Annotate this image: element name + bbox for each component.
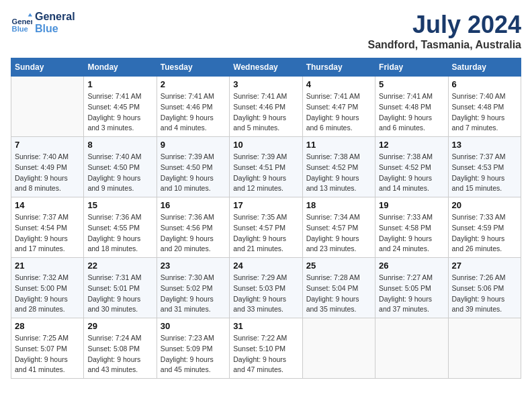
calendar-cell: 6Sunrise: 7:40 AM Sunset: 4:48 PM Daylig… [448,77,521,137]
day-number: 28 [15,321,80,331]
day-info: Sunrise: 7:41 AM Sunset: 4:46 PM Dayligh… [161,91,226,134]
day-info: Sunrise: 7:27 AM Sunset: 5:05 PM Dayligh… [379,273,444,315]
calendar-cell: 15Sunrise: 7:36 AM Sunset: 4:55 PM Dayli… [84,197,157,258]
day-info: Sunrise: 7:32 AM Sunset: 5:00 PM Dayligh… [15,273,80,315]
day-number: 22 [87,261,152,271]
day-info: Sunrise: 7:40 AM Sunset: 4:50 PM Dayligh… [87,152,152,194]
day-number: 15 [87,200,152,210]
calendar-table: SundayMondayTuesdayWednesdayThursdayFrid… [11,58,521,379]
calendar-header-row: SundayMondayTuesdayWednesdayThursdayFrid… [11,58,521,77]
day-number: 1 [87,79,152,89]
day-number: 5 [379,79,444,89]
day-number: 24 [233,261,298,271]
calendar-cell: 22Sunrise: 7:31 AM Sunset: 5:01 PM Dayli… [84,258,157,318]
svg-text:Blue: Blue [12,24,28,32]
day-number: 9 [161,140,226,150]
page-header: General Blue General Blue July 2024 Sand… [11,11,521,51]
calendar-cell: 28Sunrise: 7:25 AM Sunset: 5:07 PM Dayli… [11,318,84,379]
svg-text:General: General [12,17,32,25]
location-title: Sandford, Tasmania, Australia [368,39,522,51]
day-info: Sunrise: 7:29 AM Sunset: 5:03 PM Dayligh… [233,273,298,315]
day-info: Sunrise: 7:24 AM Sunset: 5:08 PM Dayligh… [87,333,152,375]
calendar-cell: 8Sunrise: 7:40 AM Sunset: 4:50 PM Daylig… [84,137,157,197]
col-header-wednesday: Wednesday [230,58,302,77]
day-info: Sunrise: 7:41 AM Sunset: 4:46 PM Dayligh… [233,91,298,134]
calendar-cell: 25Sunrise: 7:28 AM Sunset: 5:04 PM Dayli… [302,258,375,318]
calendar-cell: 31Sunrise: 7:22 AM Sunset: 5:10 PM Dayli… [230,318,302,379]
calendar-cell: 20Sunrise: 7:33 AM Sunset: 4:59 PM Dayli… [448,197,521,258]
calendar-cell: 30Sunrise: 7:23 AM Sunset: 5:09 PM Dayli… [157,318,229,379]
day-number: 20 [452,200,517,210]
day-info: Sunrise: 7:22 AM Sunset: 5:10 PM Dayligh… [233,333,298,375]
calendar-cell: 23Sunrise: 7:30 AM Sunset: 5:02 PM Dayli… [157,258,229,318]
calendar-cell [375,318,448,379]
day-info: Sunrise: 7:37 AM Sunset: 4:54 PM Dayligh… [15,212,80,255]
day-info: Sunrise: 7:34 AM Sunset: 4:57 PM Dayligh… [306,212,371,255]
day-number: 30 [161,321,226,331]
calendar-cell: 5Sunrise: 7:41 AM Sunset: 4:48 PM Daylig… [375,77,448,137]
day-number: 29 [87,321,152,331]
logo-general: General [35,11,75,23]
day-info: Sunrise: 7:41 AM Sunset: 4:45 PM Dayligh… [87,91,152,134]
calendar-cell: 10Sunrise: 7:39 AM Sunset: 4:51 PM Dayli… [230,137,302,197]
day-info: Sunrise: 7:26 AM Sunset: 5:06 PM Dayligh… [452,273,517,315]
calendar-cell: 16Sunrise: 7:36 AM Sunset: 4:56 PM Dayli… [157,197,229,258]
calendar-cell: 29Sunrise: 7:24 AM Sunset: 5:08 PM Dayli… [84,318,157,379]
day-info: Sunrise: 7:40 AM Sunset: 4:49 PM Dayligh… [15,152,80,194]
day-number: 8 [87,140,152,150]
day-info: Sunrise: 7:23 AM Sunset: 5:09 PM Dayligh… [161,333,226,375]
calendar-cell: 14Sunrise: 7:37 AM Sunset: 4:54 PM Dayli… [11,197,84,258]
day-info: Sunrise: 7:36 AM Sunset: 4:55 PM Dayligh… [87,212,152,255]
day-number: 21 [15,261,80,271]
day-info: Sunrise: 7:28 AM Sunset: 5:04 PM Dayligh… [306,273,371,315]
calendar-cell: 26Sunrise: 7:27 AM Sunset: 5:05 PM Dayli… [375,258,448,318]
day-number: 19 [379,200,444,210]
day-number: 23 [161,261,226,271]
col-header-tuesday: Tuesday [157,58,229,77]
logo-blue: Blue [35,23,75,35]
day-info: Sunrise: 7:35 AM Sunset: 4:57 PM Dayligh… [233,212,298,255]
day-number: 26 [379,261,444,271]
calendar-cell: 24Sunrise: 7:29 AM Sunset: 5:03 PM Dayli… [230,258,302,318]
day-number: 18 [306,200,371,210]
day-info: Sunrise: 7:39 AM Sunset: 4:51 PM Dayligh… [233,152,298,194]
calendar-cell: 27Sunrise: 7:26 AM Sunset: 5:06 PM Dayli… [448,258,521,318]
calendar-cell: 3Sunrise: 7:41 AM Sunset: 4:46 PM Daylig… [230,77,302,137]
day-number: 31 [233,321,298,331]
day-number: 13 [452,140,517,150]
calendar-cell: 4Sunrise: 7:41 AM Sunset: 4:47 PM Daylig… [302,77,375,137]
day-info: Sunrise: 7:38 AM Sunset: 4:52 PM Dayligh… [379,152,444,194]
calendar-cell: 19Sunrise: 7:33 AM Sunset: 4:58 PM Dayli… [375,197,448,258]
calendar-week-5: 28Sunrise: 7:25 AM Sunset: 5:07 PM Dayli… [11,318,521,379]
day-info: Sunrise: 7:30 AM Sunset: 5:02 PM Dayligh… [161,273,226,315]
calendar-cell: 2Sunrise: 7:41 AM Sunset: 4:46 PM Daylig… [157,77,229,137]
calendar-cell [11,77,84,137]
day-number: 27 [452,261,517,271]
logo-icon: General Blue [11,12,32,34]
day-number: 12 [379,140,444,150]
day-number: 16 [161,200,226,210]
calendar-cell: 17Sunrise: 7:35 AM Sunset: 4:57 PM Dayli… [230,197,302,258]
calendar-cell [302,318,375,379]
calendar-week-4: 21Sunrise: 7:32 AM Sunset: 5:00 PM Dayli… [11,258,521,318]
day-number: 11 [306,140,371,150]
calendar-cell [448,318,521,379]
col-header-sunday: Sunday [11,58,84,77]
col-header-thursday: Thursday [302,58,375,77]
calendar-week-1: 1Sunrise: 7:41 AM Sunset: 4:45 PM Daylig… [11,77,521,137]
calendar-cell: 11Sunrise: 7:38 AM Sunset: 4:52 PM Dayli… [302,137,375,197]
day-number: 7 [15,140,80,150]
svg-marker-2 [28,13,32,16]
day-info: Sunrise: 7:25 AM Sunset: 5:07 PM Dayligh… [15,333,80,375]
calendar-cell: 9Sunrise: 7:39 AM Sunset: 4:50 PM Daylig… [157,137,229,197]
day-info: Sunrise: 7:41 AM Sunset: 4:47 PM Dayligh… [306,91,371,134]
calendar-cell: 21Sunrise: 7:32 AM Sunset: 5:00 PM Dayli… [11,258,84,318]
day-info: Sunrise: 7:38 AM Sunset: 4:52 PM Dayligh… [306,152,371,194]
calendar-cell: 7Sunrise: 7:40 AM Sunset: 4:49 PM Daylig… [11,137,84,197]
title-block: July 2024 Sandford, Tasmania, Australia [368,11,522,51]
day-number: 4 [306,79,371,89]
day-info: Sunrise: 7:33 AM Sunset: 4:58 PM Dayligh… [379,212,444,255]
day-info: Sunrise: 7:41 AM Sunset: 4:48 PM Dayligh… [379,91,444,134]
day-info: Sunrise: 7:39 AM Sunset: 4:50 PM Dayligh… [161,152,226,194]
col-header-saturday: Saturday [448,58,521,77]
